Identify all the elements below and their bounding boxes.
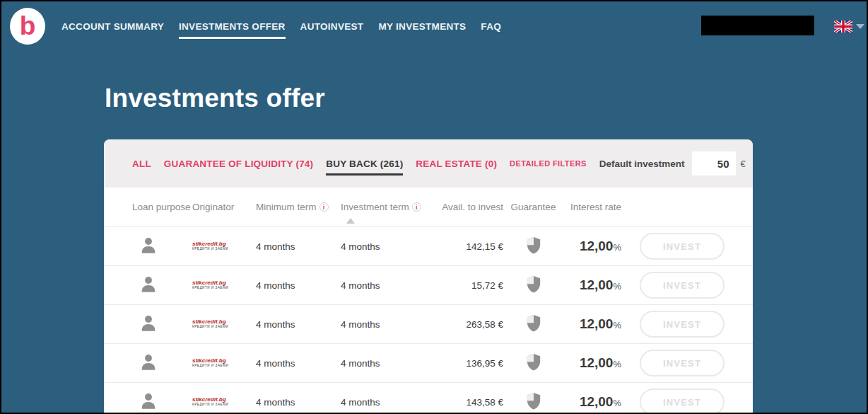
header-originator: Originator [192,202,256,212]
originator-logo[interactable]: stikcredit.bg КРЕДИТИ И ЗАЕМИ [192,319,256,329]
guarantee-shield-icon [526,236,541,255]
loan-purpose-person-icon [139,314,158,334]
interest-rate-value: 12,00% [563,316,621,332]
tab-detailed-filters[interactable]: DETAILED FILTERS [510,159,587,168]
loan-purpose-person-icon [139,353,158,373]
table-row: stikcredit.bg КРЕДИТИ И ЗАЕМИ 4 months 4… [104,382,753,414]
header-guarantee: Guarantee [503,202,563,212]
language-selector[interactable] [834,21,864,33]
sort-ascending-icon[interactable] [346,218,355,224]
chevron-down-icon [856,24,864,29]
loan-purpose-person-icon [139,236,158,256]
interest-rate-value: 12,00% [563,277,621,293]
minimum-term-value: 4 months [256,397,341,408]
info-icon[interactable]: i [412,202,421,212]
investment-term-value: 4 months [341,397,440,408]
loan-purpose-person-icon [139,275,158,295]
default-investment-input[interactable] [692,151,736,176]
uk-flag-icon [834,21,852,33]
investment-term-value: 4 months [341,280,440,291]
page-title: Investments offer [105,84,325,113]
header-interest-rate: Interest rate [563,202,621,212]
user-account-redacted[interactable] [701,16,814,35]
originator-logo[interactable]: stikcredit.bg КРЕДИТИ И ЗАЕМИ [192,358,256,368]
nav-item-my-investments[interactable]: MY INVESTMENTS [378,21,466,32]
invest-button[interactable]: INVEST [640,389,725,414]
guarantee-shield-icon [526,275,541,294]
invest-button[interactable]: INVEST [640,311,725,338]
nav-item-autoinvest[interactable]: AUTOINVEST [300,21,364,32]
minimum-term-value: 4 months [256,319,341,330]
brand-logo[interactable]: b [10,8,45,45]
investment-term-value: 4 months [341,241,440,252]
avail-to-invest-value: 143,58 € [440,397,503,408]
investment-term-value: 4 months [341,319,440,330]
app-window: b ACCOUNT SUMMARY INVESTMENTS OFFER AUTO… [0,0,868,414]
guarantee-shield-icon [526,392,541,410]
interest-rate-value: 12,00% [563,355,621,371]
nav-item-investments-offer[interactable]: INVESTMENTS OFFER [179,21,286,32]
table-body: stikcredit.bg КРЕДИТИ И ЗАЕМИ 4 months 4… [104,226,753,414]
info-icon[interactable]: i [319,202,329,212]
table-row: stikcredit.bg КРЕДИТИ И ЗАЕМИ 4 months 4… [104,343,753,382]
header-minimum-term: Minimum termi [256,202,341,212]
minimum-term-value: 4 months [256,358,341,369]
originator-logo[interactable]: stikcredit.bg КРЕДИТИ И ЗАЕМИ [192,241,256,251]
table-row: stikcredit.bg КРЕДИТИ И ЗАЕМИ 4 months 4… [104,226,753,265]
investment-term-value: 4 months [341,358,440,369]
nav-menu: ACCOUNT SUMMARY INVESTMENTS OFFER AUTOIN… [61,1,501,51]
loan-purpose-person-icon [139,392,158,412]
interest-rate-value: 12,00% [563,238,621,254]
avail-to-invest-value: 136,95 € [440,358,503,369]
originator-logo[interactable]: stikcredit.bg КРЕДИТИ И ЗАЕМИ [192,280,256,290]
invest-button[interactable]: INVEST [640,272,725,299]
invest-button[interactable]: INVEST [640,350,725,376]
table-row: stikcredit.bg КРЕДИТИ И ЗАЕМИ 4 months 4… [104,304,753,343]
nav-item-account-summary[interactable]: ACCOUNT SUMMARY [61,21,164,32]
originator-logo[interactable]: stikcredit.bg КРЕДИТИ И ЗАЕМИ [192,397,256,407]
avail-to-invest-value: 263,58 € [440,319,503,330]
header-investment-term: Investment termi [341,202,440,212]
tab-real-estate[interactable]: REAL ESTATE (0) [416,159,497,169]
currency-symbol: € [741,159,746,169]
minimum-term-value: 4 months [256,280,341,291]
header-loan-purpose: Loan purpose [132,202,192,212]
nav-item-faq[interactable]: FAQ [481,21,501,32]
guarantee-shield-icon [526,314,541,333]
avail-to-invest-value: 15,72 € [440,280,503,291]
default-investment: Default investment € [599,151,746,176]
tab-guarantee-of-liquidity[interactable]: GUARANTEE OF LIQUIDITY (74) [164,159,313,169]
guarantee-shield-icon [526,353,541,372]
brand-logo-letter: b [20,13,36,39]
minimum-term-value: 4 months [256,241,341,252]
avail-to-invest-value: 142,15 € [440,241,503,252]
default-investment-label: Default investment [599,159,685,169]
investments-panel: ALL GUARANTEE OF LIQUIDITY (74) BUY BACK… [104,139,753,414]
tab-all[interactable]: ALL [132,159,151,169]
invest-button[interactable]: INVEST [640,233,725,260]
tab-buy-back[interactable]: BUY BACK (261) [326,159,403,169]
top-nav: b ACCOUNT SUMMARY INVESTMENTS OFFER AUTO… [1,1,867,51]
table-row: stikcredit.bg КРЕДИТИ И ЗАЕМИ 4 months 4… [104,265,753,304]
table-header: Loan purpose Originator Minimum termi In… [104,188,753,226]
filter-tabs: ALL GUARANTEE OF LIQUIDITY (74) BUY BACK… [104,139,753,188]
header-avail-to-invest: Avail. to invest [440,202,503,212]
interest-rate-value: 12,00% [563,394,621,410]
